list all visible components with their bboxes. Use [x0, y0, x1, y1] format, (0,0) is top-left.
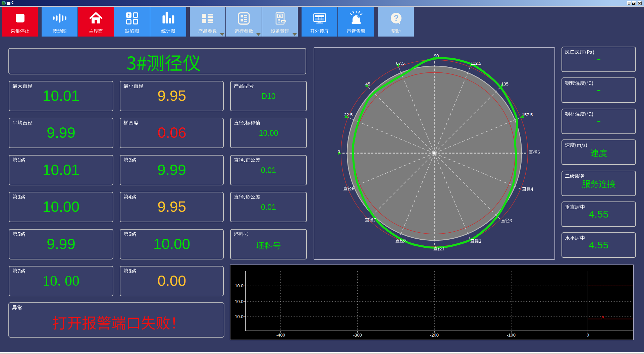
- svg-text:?: ?: [393, 13, 398, 22]
